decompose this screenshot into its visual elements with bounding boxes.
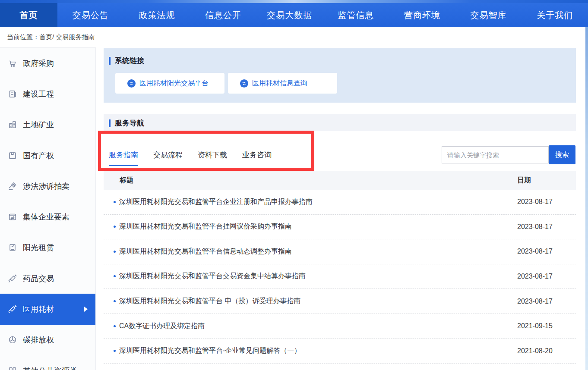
system-link-label: 医用耗材信息查询	[252, 79, 307, 88]
system-link-medical-consumables-info-query[interactable]: 医用耗材信息查询	[228, 73, 337, 94]
sidebar-item-label: 国有产权	[23, 151, 54, 161]
transfer-icon	[127, 79, 136, 88]
nav-item-trade-announcements[interactable]: 交易公告	[57, 0, 124, 27]
section-accent-bar	[109, 119, 111, 127]
sidebar-item-label: 药品交易	[23, 273, 54, 284]
sidebar-item-label: 涉法涉诉拍卖	[23, 181, 70, 191]
sidebar-item-label: 建设工程	[23, 89, 54, 99]
row-title-link[interactable]: 深圳医用耗材阳光交易和监管平台-企业常见问题解答（一）	[119, 346, 301, 355]
bullet-icon	[114, 350, 116, 352]
system-link-medical-consumables-platform[interactable]: 医用耗材阳光交易平台	[115, 73, 224, 94]
tab-business-consulting[interactable]: 业务咨询	[242, 150, 272, 166]
bookmark-icon	[8, 151, 17, 160]
row-date: 2023-08-17	[517, 223, 553, 231]
sidebar-item-label: 阳光租赁	[23, 242, 54, 253]
nav-item-business-environment[interactable]: 营商环境	[389, 0, 455, 27]
section-accent-bar	[109, 57, 111, 65]
system-links-section: 系统链接 医用耗材阳光交易平台 医用耗材信息查询	[104, 48, 576, 103]
row-title-link[interactable]: 深圳医用耗材阳光交易和监管平台企业注册和产品申报办事指南	[119, 198, 313, 207]
sidebar-item-other-public-resources[interactable]: 其他公共资源类	[0, 355, 95, 370]
bullet-icon	[114, 325, 116, 327]
bullet-icon	[114, 201, 116, 203]
table-row[interactable]: 深圳医用耗材阳光交易和监管平台企业注册和产品申报办事指南 2023-08-17	[104, 190, 576, 215]
cart-icon	[8, 59, 17, 68]
column-header-date: 日期	[517, 176, 531, 185]
row-date: 2023-08-17	[517, 198, 553, 206]
gavel-icon	[8, 182, 17, 191]
system-link-label: 医用耗材阳光交易平台	[139, 79, 209, 88]
bullet-icon	[114, 275, 116, 277]
service-nav-section: 服务导航	[104, 114, 576, 131]
sidebar-item-state-owned-property[interactable]: 国有产权	[0, 140, 95, 171]
sidebar-item-medical-consumables[interactable]: 医用耗材	[0, 294, 95, 324]
table-row[interactable]: 深圳医用耗材阳光交易和监管平台挂网议价采购办事指南 2023-08-17	[104, 215, 576, 240]
table-row[interactable]: 深圳医用耗材阳光交易和监管平台-企业常见问题解答（一） 2021-08-20	[104, 339, 576, 364]
service-tabs-row: 服务指南 交易流程 资料下载 业务咨询 搜索	[104, 131, 576, 169]
search-input[interactable]	[442, 146, 549, 163]
sidebar-item-judicial-auction[interactable]: 涉法涉诉拍卖	[0, 171, 95, 201]
row-title-link[interactable]: 深圳医用耗材阳光交易和监管平台交易资金集中结算办事指南	[119, 272, 306, 281]
document-icon	[8, 89, 17, 99]
sidebar-item-label: 医用耗材	[23, 304, 54, 314]
nav-item-policies-regulations[interactable]: 政策法规	[124, 0, 190, 27]
sidebar-item-land-mining[interactable]: 土地矿业	[0, 110, 95, 140]
top-nav: 首页 交易公告 政策法规 信息公开 交易大数据 监管信息 营商环境 交易智库 关…	[0, 0, 588, 27]
row-date: 2023-08-17	[517, 273, 553, 280]
window-transfer-icon	[8, 212, 17, 222]
transfer-icon	[240, 79, 248, 88]
breadcrumb-path[interactable]: 首页/ 交易服务指南	[39, 33, 95, 41]
table-row[interactable]: 深圳医用耗材阳光交易和监管平台交易资金集中结算办事指南 2023-08-17	[104, 264, 576, 289]
chevron-right-icon	[84, 307, 88, 312]
table-row[interactable]: CA数字证书办理及绑定指南 2021-09-15	[104, 314, 576, 339]
table-row[interactable]: 深圳医用耗材阳光交易和监管平台 申（投）诉受理办事指南 2023-08-17	[104, 289, 576, 314]
breadcrumb-label: 当前位置：	[7, 33, 39, 41]
bullet-icon	[114, 300, 116, 302]
sidebar-item-label: 碳排放权	[23, 335, 54, 345]
grid-icon	[8, 366, 17, 370]
carbon-icon	[8, 335, 17, 345]
column-header-title: 标题	[120, 176, 133, 185]
sidebar-item-collective-enterprise-elements[interactable]: 集体企业要素	[0, 201, 95, 232]
sidebar-item-government-procurement[interactable]: 政府采购	[0, 48, 95, 78]
tab-material-download[interactable]: 资料下载	[198, 150, 227, 166]
sidebar-item-label: 集体企业要素	[23, 212, 70, 222]
nav-item-info-disclosure[interactable]: 信息公开	[190, 0, 256, 27]
table-row[interactable]: 深圳医用耗材阳光交易和监管平台信息动态调整办事指南 2023-08-17	[104, 239, 576, 264]
sidebar-item-sunshine-leasing[interactable]: 阳光租赁	[0, 232, 95, 263]
sidebar-item-carbon-emission-rights[interactable]: 碳排放权	[0, 325, 95, 355]
table-header: 标题 日期	[104, 171, 576, 190]
sidebar-item-label: 政府采购	[23, 58, 54, 69]
guide-list: 深圳医用耗材阳光交易和监管平台企业注册和产品申报办事指南 2023-08-17 …	[104, 190, 576, 364]
section-title: 系统链接	[115, 56, 144, 66]
nav-item-trade-big-data[interactable]: 交易大数据	[256, 0, 323, 27]
sidebar-item-drug-trading[interactable]: 药品交易	[0, 263, 95, 294]
nav-item-trade-think-tank[interactable]: 交易智库	[455, 0, 522, 27]
breadcrumb: 当前位置： 首页/ 交易服务指南	[0, 27, 588, 47]
page-edge-strip	[585, 27, 588, 370]
tablet-icon	[8, 243, 17, 252]
sidebar-item-label: 其他公共资源类	[23, 366, 77, 370]
syringe-icon	[8, 304, 17, 314]
tab-trade-process[interactable]: 交易流程	[153, 150, 183, 166]
row-title-link[interactable]: CA数字证书办理及绑定指南	[119, 322, 205, 331]
section-title: 服务导航	[115, 118, 144, 128]
row-title-link[interactable]: 深圳医用耗材阳光交易和监管平台挂网议价采购办事指南	[119, 222, 292, 231]
tab-service-guide[interactable]: 服务指南	[109, 150, 138, 166]
row-date: 2023-08-17	[517, 298, 553, 305]
row-date: 2021-09-15	[517, 322, 553, 330]
sidebar-item-construction-projects[interactable]: 建设工程	[0, 78, 95, 109]
nav-item-supervision-info[interactable]: 监管信息	[323, 0, 389, 27]
building-icon	[8, 120, 17, 129]
search-button[interactable]: 搜索	[549, 145, 575, 164]
syringe-icon	[8, 274, 17, 283]
bullet-icon	[114, 226, 116, 228]
row-date: 2023-08-17	[517, 248, 553, 255]
row-title-link[interactable]: 深圳医用耗材阳光交易和监管平台信息动态调整办事指南	[119, 247, 292, 256]
nav-item-home[interactable]: 首页	[0, 0, 57, 27]
row-title-link[interactable]: 深圳医用耗材阳光交易和监管平台 申（投）诉受理办事指南	[119, 297, 300, 306]
row-date: 2021-08-20	[517, 347, 553, 355]
system-links-header: 系统链接	[104, 48, 576, 66]
nav-item-about-us[interactable]: 关于我们	[522, 0, 588, 27]
bullet-icon	[114, 251, 116, 253]
sidebar-item-label: 土地矿业	[23, 119, 54, 130]
